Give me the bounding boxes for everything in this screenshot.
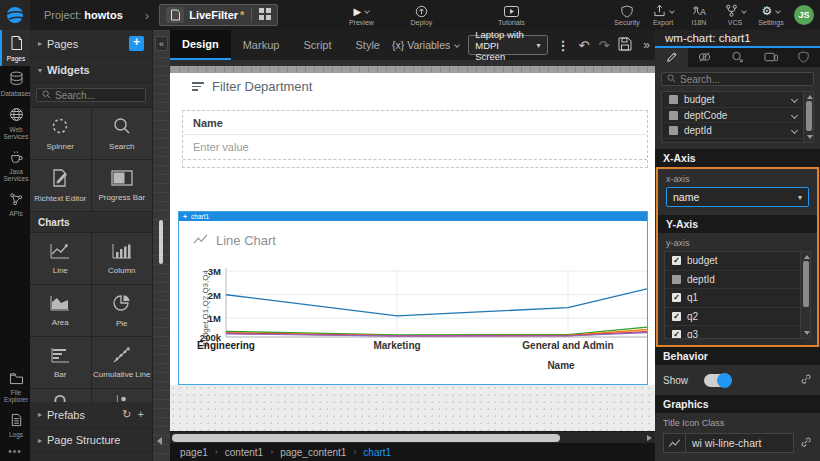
add-prefab-icon[interactable]: + (138, 408, 144, 421)
wavemaker-logo-icon[interactable] (0, 0, 30, 30)
list-item-deptId[interactable]: deptId (665, 271, 810, 290)
rail-item-databases[interactable]: Databases (0, 66, 30, 101)
scrollbar-thumb[interactable] (806, 101, 812, 131)
name-field-input[interactable] (183, 135, 647, 160)
checkbox[interactable] (669, 111, 678, 120)
x-axis-select[interactable]: name ▾ (666, 187, 809, 207)
checkbox[interactable]: ✓ (672, 293, 681, 302)
scroll-down-icon[interactable] (804, 331, 810, 335)
list-item-budget[interactable]: budget (662, 92, 813, 108)
rail-item-java-services[interactable]: Java Services (0, 145, 30, 187)
rail-item-apis[interactable]: APIs (0, 187, 30, 221)
security-button[interactable]: Security (614, 5, 640, 26)
rail-more-icon[interactable]: ••• (0, 442, 30, 461)
chevron-down-icon[interactable] (791, 112, 798, 119)
device-dropdown[interactable]: Laptop with MDPI Screen ▾ (468, 35, 547, 55)
scroll-up-icon[interactable] (807, 95, 813, 99)
checkbox[interactable] (669, 95, 678, 104)
rail-item-pages[interactable]: Pages (0, 30, 30, 66)
breadcrumb-item-page_content1[interactable]: page_content1 (280, 447, 346, 458)
list-item-q2[interactable]: ✓q2 (665, 308, 810, 327)
list-item-deptId[interactable]: deptId (662, 123, 813, 139)
redo-icon[interactable]: ↷ (598, 38, 609, 53)
checkbox[interactable] (669, 126, 678, 135)
richtext-editor-widget-tile[interactable]: Richtext Editor (30, 160, 91, 211)
page-structure-accordion[interactable]: ▸ Page Structure (30, 428, 152, 453)
export-button[interactable]: Export (650, 5, 676, 26)
cumulative-line-widget-tile[interactable]: Cumulative Line (92, 337, 153, 388)
line-widget-tile[interactable]: Line (30, 233, 91, 284)
checkbox[interactable] (669, 142, 678, 143)
scroll-right-arrow[interactable] (647, 435, 652, 441)
checkbox[interactable]: ✓ (672, 256, 681, 265)
widget-search-input[interactable] (55, 90, 140, 101)
property-search-input[interactable] (680, 74, 808, 85)
breadcrumb-item-page1[interactable]: page1 (180, 447, 208, 458)
tab-security[interactable] (787, 48, 820, 67)
pie-widget-tile[interactable]: Pie (92, 285, 153, 336)
preview-button[interactable]: ▶ Preview (344, 5, 378, 26)
scrollbar-thumb[interactable] (803, 261, 809, 307)
livefilter-panel[interactable]: Name (182, 110, 648, 168)
column-widget-tile[interactable]: Column (92, 233, 153, 284)
list-item-q3[interactable]: ✓q3 (665, 326, 810, 339)
breadcrumb-item-content1[interactable]: content1 (225, 447, 263, 458)
deploy-button[interactable]: Deploy (404, 5, 438, 26)
rail-item-logs[interactable]: Logs (0, 408, 30, 442)
tab-markup[interactable]: Markup (231, 30, 292, 60)
filter-department-heading[interactable]: Filter Department (192, 79, 312, 94)
settings-button[interactable]: ⚙ Settings (758, 5, 784, 26)
tab-events[interactable] (721, 48, 754, 67)
kebab-menu-icon[interactable]: ⋮ (557, 38, 570, 53)
tab-design[interactable]: Design (170, 30, 231, 60)
bind-property-icon[interactable] (800, 436, 812, 450)
area-widget-tile[interactable]: Area (30, 285, 91, 336)
i18n-button[interactable]: A I18N (686, 5, 712, 26)
checkbox[interactable]: ✓ (672, 330, 681, 339)
show-toggle[interactable] (704, 374, 731, 387)
tab-script[interactable]: Script (291, 30, 343, 60)
list-item-location[interactable]: location (662, 139, 813, 143)
save-icon[interactable] (618, 37, 632, 53)
checkbox[interactable]: ✓ (672, 312, 681, 321)
chevron-down-icon[interactable] (791, 127, 798, 134)
list-item-deptCode[interactable]: deptCode (662, 108, 813, 124)
list-item-budget[interactable]: ✓budget (665, 252, 810, 271)
tutorials-button[interactable]: Tutorials (494, 5, 528, 26)
horizontal-scrollbar-thumb[interactable] (172, 434, 560, 442)
y-axis-list-scrollbar[interactable] (800, 252, 810, 338)
variables-dropdown[interactable]: {x} Variables (392, 39, 459, 51)
tab-properties[interactable] (655, 48, 688, 67)
scroll-left-arrow[interactable] (157, 437, 162, 445)
progress-bar-widget-tile[interactable]: Progress Bar (92, 160, 153, 211)
title-icon-class-input[interactable] (685, 433, 794, 453)
widgets-accordion[interactable]: ▾ Widgets (30, 58, 152, 83)
chevron-down-icon[interactable] (791, 96, 798, 103)
vcs-button[interactable]: VCS (722, 5, 748, 26)
donut-widget-tile[interactable] (30, 389, 91, 402)
bind-property-icon[interactable] (800, 373, 812, 387)
breadcrumb-item-chart1[interactable]: chart1 (363, 447, 391, 458)
checkbox[interactable] (672, 275, 681, 284)
rail-item-file-explorer[interactable]: File Explorer (0, 367, 30, 408)
pages-accordion[interactable]: ▸ Pages + (30, 30, 152, 58)
spinner-widget-tile[interactable]: Spinner (30, 108, 91, 159)
page-preview[interactable]: Filter Department Name + chart1 (170, 73, 655, 431)
undo-icon[interactable]: ↶ (579, 38, 590, 53)
list-item-q1[interactable]: ✓q1 (665, 289, 810, 308)
refresh-icon[interactable]: ↻ (122, 408, 131, 421)
bubble-widget-tile[interactable] (92, 389, 153, 402)
drop-zone[interactable] (170, 385, 655, 431)
search-widget-tile[interactable]: Search (92, 108, 153, 159)
widget-selection-bar[interactable]: + chart1 (179, 212, 647, 221)
tab-devices[interactable] (754, 48, 787, 67)
canvas-horizontal-scrollbar[interactable] (170, 431, 655, 443)
add-page-button[interactable]: + (129, 36, 144, 51)
tab-styles[interactable] (688, 48, 721, 67)
bar-widget-tile[interactable]: Bar (30, 337, 91, 388)
expand-panel-button[interactable]: » (641, 38, 650, 52)
vertical-scrollbar-thumb[interactable] (159, 220, 163, 264)
move-icon[interactable]: + (183, 213, 187, 220)
field-list-scrollbar[interactable] (803, 92, 813, 142)
scroll-up-icon[interactable] (804, 255, 810, 259)
